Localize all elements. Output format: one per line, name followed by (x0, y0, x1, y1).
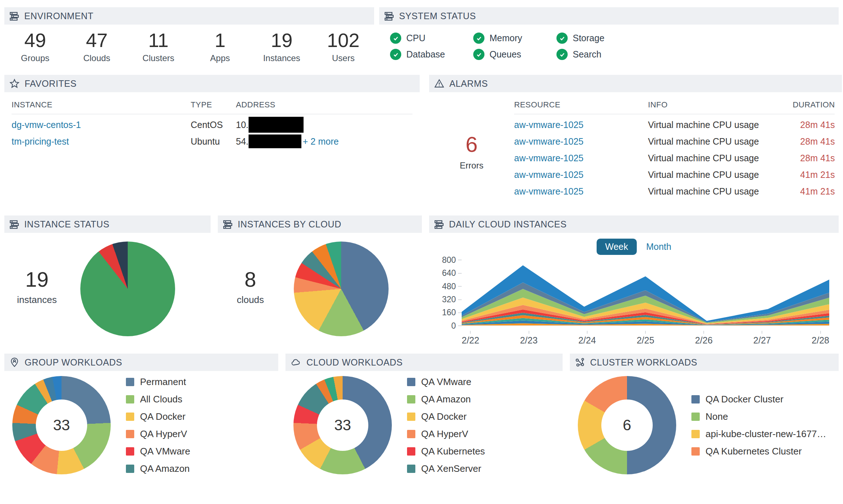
count-label: clouds (218, 294, 283, 306)
system-status-header: SYSTEM STATUS (379, 7, 839, 25)
x-tick: 2/22 (462, 331, 479, 346)
legend-swatch (407, 378, 415, 386)
system-status-panel: SYSTEM STATUS CPU Memory Storage Databas… (379, 7, 839, 63)
month-toggle-button[interactable]: Month (646, 242, 671, 252)
alarm-row: aw-vmware-1025 Virtual machine CPU usage… (514, 133, 835, 150)
instance-status-body: 19 instances (4, 236, 211, 336)
cluster-workloads-body: 6 QA Docker Cluster None api-kube-cluste… (570, 376, 839, 474)
cloud-workloads-legend: QA VMware QA Amazon QA Docker QA HyperV … (407, 376, 485, 474)
legend-item[interactable]: QA Docker (407, 411, 485, 422)
stat-label: Users (313, 53, 374, 63)
legend-swatch (407, 465, 415, 473)
instance-link[interactable]: dg-vmw-centos-1 (12, 120, 191, 130)
alarm-resource-link[interactable]: aw-vmware-1025 (514, 170, 648, 180)
legend-item[interactable]: QA HyperV (407, 428, 485, 440)
alarm-info: Virtual machine CPU usage (648, 153, 793, 163)
y-tick: 0 (438, 321, 462, 330)
legend-item[interactable]: QA VMware (126, 446, 190, 457)
environment-header: ENVIRONMENT (4, 7, 374, 25)
status-database: Database (390, 49, 473, 60)
favorites-panel: FAVORITES INSTANCE TYPE ADDRESS dg-vmw-c… (4, 75, 420, 200)
y-tick: 320 (438, 295, 462, 304)
instance-status-panel: INSTANCE STATUS 19 instances (4, 215, 211, 346)
alarms-body: 6 Errors RESOURCE INFO DURATION aw-vmwar… (429, 92, 842, 200)
col-address: ADDRESS (236, 100, 412, 110)
alarm-resource-link[interactable]: aw-vmware-1025 (514, 186, 648, 197)
alarm-resource-link[interactable]: aw-vmware-1025 (514, 120, 648, 130)
x-tick: 2/28 (812, 331, 829, 346)
col-instance: INSTANCE (12, 100, 191, 110)
col-resource: RESOURCE (514, 100, 648, 110)
check-circle-icon (390, 33, 401, 44)
alarm-resource-link[interactable]: aw-vmware-1025 (514, 153, 648, 163)
legend-item[interactable]: QA Kubernetes (407, 446, 485, 457)
stat-label: Groups (4, 53, 66, 63)
alarm-duration: 28m 41s (793, 136, 835, 147)
stat-label: Instances (251, 53, 312, 63)
cluster-workloads-panel: CLUSTER WORKLOADS 6 QA Docker Cluster No… (570, 354, 839, 474)
stat-label: Clouds (66, 53, 127, 63)
legend-item[interactable]: Permanent (126, 376, 190, 388)
group-workloads-donut-chart[interactable]: 33 (12, 376, 111, 474)
legend-item[interactable]: None (691, 411, 826, 422)
legend-item[interactable]: QA Amazon (126, 463, 190, 474)
legend-swatch (126, 395, 134, 403)
legend-swatch (691, 395, 700, 403)
daily-cloud-instances-icon (434, 219, 444, 229)
more-addresses-link[interactable]: + 2 more (303, 136, 339, 147)
check-circle-icon (473, 33, 484, 44)
stacked-area-chart[interactable] (462, 260, 829, 326)
col-info: INFO (648, 100, 793, 110)
alarm-duration: 28m 41s (793, 153, 835, 163)
group-workloads-header: GROUP WORKLOADS (4, 354, 278, 371)
instance-status-pie-chart[interactable] (80, 242, 175, 336)
panel-title: GROUP WORKLOADS (25, 357, 122, 368)
cloud-workloads-header: CLOUD WORKLOADS (285, 354, 563, 371)
panel-title: SYSTEM STATUS (399, 11, 476, 21)
legend-item[interactable]: api-kube-cluster-new-1677… (691, 428, 826, 440)
panel-title: CLUSTER WORKLOADS (590, 357, 697, 368)
legend-item[interactable]: QA XenServer (407, 463, 485, 474)
legend-item[interactable]: QA VMware (407, 376, 485, 388)
instance-link[interactable]: tm-pricing-test (12, 136, 191, 147)
alarm-row: aw-vmware-1025 Virtual machine CPU usage… (514, 116, 835, 133)
legend-item[interactable]: QA Docker Cluster (691, 394, 826, 405)
redaction-box (249, 117, 304, 133)
stat-value: 1 (189, 30, 251, 51)
stat-clouds: 47 Clouds (66, 30, 127, 63)
week-toggle-button[interactable]: Week (597, 239, 637, 255)
x-tick: 2/26 (695, 331, 713, 346)
cluster-workloads-donut-chart[interactable]: 6 (578, 376, 676, 474)
system-status-grid: CPU Memory Storage Database Queues Searc… (390, 33, 839, 60)
legend-item[interactable]: QA Amazon (407, 394, 485, 405)
instances-by-cloud-body: 8 clouds (218, 236, 422, 336)
donut-center-value: 33 (293, 376, 392, 474)
second-row: FAVORITES INSTANCE TYPE ADDRESS dg-vmw-c… (4, 75, 839, 200)
legend-item[interactable]: QA HyperV (126, 428, 190, 440)
legend-item[interactable]: QA Docker (126, 411, 190, 422)
alarm-info: Virtual machine CPU usage (648, 120, 793, 130)
legend-swatch (407, 447, 415, 456)
y-tick: 640 (438, 269, 462, 278)
top-row: ENVIRONMENT 49 Groups 47 Clouds 11 Clust… (4, 7, 839, 63)
status-label: Memory (490, 33, 522, 43)
alarm-resource-link[interactable]: aw-vmware-1025 (514, 136, 648, 147)
status-label: Database (406, 49, 445, 60)
cloud-workloads-donut-chart[interactable]: 33 (293, 376, 392, 474)
instances-by-cloud-pie-chart[interactable] (294, 242, 389, 336)
x-axis: 2/22 2/23 2/24 2/25 2/26 2/27 2/28 (462, 331, 829, 346)
alarm-row: aw-vmware-1025 Virtual machine CPU usage… (514, 150, 835, 166)
favorites-table: INSTANCE TYPE ADDRESS dg-vmw-centos-1 Ce… (12, 97, 412, 150)
group-pin-icon (9, 357, 20, 367)
cluster-workloads-header: CLUSTER WORKLOADS (570, 354, 839, 371)
panel-title: CLOUD WORKLOADS (306, 357, 403, 368)
status-search: Search (556, 49, 640, 60)
group-workloads-panel: GROUP WORKLOADS 33 Permanent All Clouds … (4, 354, 278, 474)
alarm-info: Virtual machine CPU usage (648, 186, 793, 197)
instance-count: 19 instances (4, 267, 69, 306)
legend-item[interactable]: QA Kubernetes Cluster (691, 446, 826, 457)
legend-item[interactable]: All Clouds (126, 394, 190, 405)
third-row: INSTANCE STATUS 19 instances INSTANCES B… (4, 215, 839, 346)
legend-swatch (691, 413, 700, 421)
status-cpu: CPU (390, 33, 473, 44)
